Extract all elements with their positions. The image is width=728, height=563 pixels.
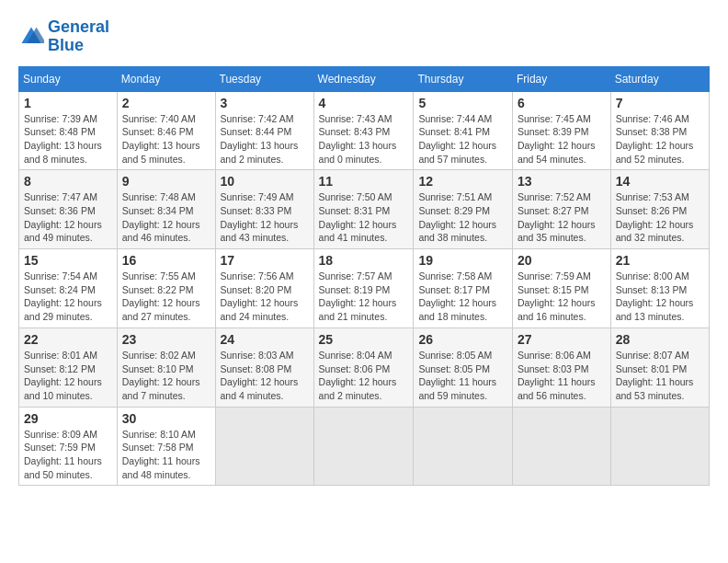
day-number: 4	[319, 96, 409, 110]
calendar-cell	[313, 407, 414, 486]
calendar-cell: 2 Sunrise: 7:40 AM Sunset: 8:46 PM Dayli…	[117, 91, 215, 170]
day-info: Sunrise: 7:40 AM Sunset: 8:46 PM Dayligh…	[122, 112, 210, 167]
day-info: Sunrise: 8:02 AM Sunset: 8:10 PM Dayligh…	[122, 349, 210, 403]
day-number: 6	[518, 96, 606, 110]
calendar-cell: 17 Sunrise: 7:56 AM Sunset: 8:20 PM Dayl…	[215, 249, 313, 328]
day-info: Sunrise: 7:55 AM Sunset: 8:22 PM Dayligh…	[122, 270, 210, 324]
calendar-cell	[414, 407, 513, 486]
calendar-cell: 23 Sunrise: 8:02 AM Sunset: 8:10 PM Dayl…	[117, 327, 215, 407]
day-info: Sunrise: 8:09 AM Sunset: 7:59 PM Dayligh…	[24, 428, 112, 482]
calendar-cell: 4 Sunrise: 7:43 AM Sunset: 8:43 PM Dayli…	[313, 91, 414, 170]
calendar-cell: 24 Sunrise: 8:03 AM Sunset: 8:08 PM Dayl…	[215, 327, 313, 407]
day-number: 24	[221, 332, 309, 347]
day-number: 16	[122, 253, 210, 268]
weekday-header-saturday: Saturday	[610, 66, 709, 91]
day-info: Sunrise: 8:00 AM Sunset: 8:13 PM Dayligh…	[616, 270, 704, 324]
day-number: 5	[418, 96, 507, 110]
calendar-cell: 3 Sunrise: 7:42 AM Sunset: 8:44 PM Dayli…	[215, 91, 313, 170]
day-number: 3	[221, 96, 309, 110]
calendar-week-4: 22 Sunrise: 8:01 AM Sunset: 8:12 PM Dayl…	[19, 327, 710, 407]
day-info: Sunrise: 7:43 AM Sunset: 8:43 PM Dayligh…	[319, 112, 409, 167]
day-info: Sunrise: 7:51 AM Sunset: 8:29 PM Dayligh…	[418, 190, 507, 245]
day-number: 1	[24, 96, 112, 110]
day-number: 17	[221, 253, 309, 268]
day-info: Sunrise: 7:58 AM Sunset: 8:17 PM Dayligh…	[418, 270, 507, 324]
weekday-header-thursday: Thursday	[414, 66, 513, 91]
day-info: Sunrise: 8:01 AM Sunset: 8:12 PM Dayligh…	[24, 349, 112, 403]
logo-text: General Blue	[48, 18, 109, 55]
day-info: Sunrise: 7:42 AM Sunset: 8:44 PM Dayligh…	[221, 112, 309, 167]
calendar-week-1: 1 Sunrise: 7:39 AM Sunset: 8:48 PM Dayli…	[19, 91, 710, 170]
day-info: Sunrise: 7:52 AM Sunset: 8:27 PM Dayligh…	[518, 190, 606, 245]
calendar-week-2: 8 Sunrise: 7:47 AM Sunset: 8:36 PM Dayli…	[19, 170, 710, 249]
weekday-header-sunday: Sunday	[19, 66, 118, 91]
calendar-week-3: 15 Sunrise: 7:54 AM Sunset: 8:24 PM Dayl…	[19, 249, 710, 328]
day-info: Sunrise: 7:49 AM Sunset: 8:33 PM Dayligh…	[221, 190, 309, 245]
logo-icon	[18, 24, 44, 50]
day-number: 13	[518, 174, 606, 189]
calendar-cell	[512, 407, 610, 486]
calendar-cell: 13 Sunrise: 7:52 AM Sunset: 8:27 PM Dayl…	[512, 170, 610, 249]
day-number: 2	[122, 96, 210, 110]
day-info: Sunrise: 7:45 AM Sunset: 8:39 PM Dayligh…	[518, 112, 606, 167]
weekday-header-tuesday: Tuesday	[215, 66, 313, 91]
weekday-header-friday: Friday	[512, 66, 610, 91]
calendar-cell: 20 Sunrise: 7:59 AM Sunset: 8:15 PM Dayl…	[512, 249, 610, 328]
calendar-cell: 25 Sunrise: 8:04 AM Sunset: 8:06 PM Dayl…	[313, 327, 414, 407]
calendar-cell: 21 Sunrise: 8:00 AM Sunset: 8:13 PM Dayl…	[610, 249, 709, 328]
calendar-cell: 22 Sunrise: 8:01 AM Sunset: 8:12 PM Dayl…	[19, 327, 118, 407]
calendar-cell: 5 Sunrise: 7:44 AM Sunset: 8:41 PM Dayli…	[414, 91, 513, 170]
calendar-cell: 27 Sunrise: 8:06 AM Sunset: 8:03 PM Dayl…	[512, 327, 610, 407]
day-number: 20	[518, 253, 606, 268]
day-info: Sunrise: 8:05 AM Sunset: 8:05 PM Dayligh…	[418, 349, 507, 403]
day-info: Sunrise: 7:59 AM Sunset: 8:15 PM Dayligh…	[518, 270, 606, 324]
weekday-header-monday: Monday	[117, 66, 215, 91]
day-number: 28	[616, 332, 704, 347]
calendar-cell: 12 Sunrise: 7:51 AM Sunset: 8:29 PM Dayl…	[414, 170, 513, 249]
calendar-cell: 6 Sunrise: 7:45 AM Sunset: 8:39 PM Dayli…	[512, 91, 610, 170]
calendar-cell: 1 Sunrise: 7:39 AM Sunset: 8:48 PM Dayli…	[19, 91, 118, 170]
day-number: 8	[24, 174, 112, 189]
calendar-cell: 11 Sunrise: 7:50 AM Sunset: 8:31 PM Dayl…	[313, 170, 414, 249]
day-number: 14	[616, 174, 704, 189]
day-info: Sunrise: 8:04 AM Sunset: 8:06 PM Dayligh…	[319, 349, 409, 403]
calendar-cell: 26 Sunrise: 8:05 AM Sunset: 8:05 PM Dayl…	[414, 327, 513, 407]
day-number: 22	[24, 332, 112, 347]
day-number: 29	[24, 411, 112, 426]
calendar-table: SundayMondayTuesdayWednesdayThursdayFrid…	[18, 66, 710, 487]
weekday-header-wednesday: Wednesday	[313, 66, 414, 91]
day-number: 18	[319, 253, 409, 268]
calendar-cell: 19 Sunrise: 7:58 AM Sunset: 8:17 PM Dayl…	[414, 249, 513, 328]
day-number: 30	[122, 411, 210, 426]
day-info: Sunrise: 7:54 AM Sunset: 8:24 PM Dayligh…	[24, 270, 112, 324]
calendar-cell: 9 Sunrise: 7:48 AM Sunset: 8:34 PM Dayli…	[117, 170, 215, 249]
day-info: Sunrise: 7:47 AM Sunset: 8:36 PM Dayligh…	[24, 190, 112, 245]
day-info: Sunrise: 8:10 AM Sunset: 7:58 PM Dayligh…	[122, 428, 210, 482]
day-number: 23	[122, 332, 210, 347]
calendar-cell: 30 Sunrise: 8:10 AM Sunset: 7:58 PM Dayl…	[117, 407, 215, 486]
calendar-cell	[610, 407, 709, 486]
day-number: 21	[616, 253, 704, 268]
day-number: 10	[221, 174, 309, 189]
calendar-cell: 16 Sunrise: 7:55 AM Sunset: 8:22 PM Dayl…	[117, 249, 215, 328]
day-info: Sunrise: 7:39 AM Sunset: 8:48 PM Dayligh…	[24, 112, 112, 167]
day-number: 11	[319, 174, 409, 189]
day-info: Sunrise: 8:07 AM Sunset: 8:01 PM Dayligh…	[616, 349, 704, 403]
day-info: Sunrise: 7:56 AM Sunset: 8:20 PM Dayligh…	[221, 270, 309, 324]
calendar-cell: 15 Sunrise: 7:54 AM Sunset: 8:24 PM Dayl…	[19, 249, 118, 328]
calendar-cell: 7 Sunrise: 7:46 AM Sunset: 8:38 PM Dayli…	[610, 91, 709, 170]
day-info: Sunrise: 7:46 AM Sunset: 8:38 PM Dayligh…	[616, 112, 704, 167]
day-number: 19	[418, 253, 507, 268]
calendar-cell: 28 Sunrise: 8:07 AM Sunset: 8:01 PM Dayl…	[610, 327, 709, 407]
calendar-cell: 10 Sunrise: 7:49 AM Sunset: 8:33 PM Dayl…	[215, 170, 313, 249]
calendar-cell: 29 Sunrise: 8:09 AM Sunset: 7:59 PM Dayl…	[19, 407, 118, 486]
day-info: Sunrise: 7:50 AM Sunset: 8:31 PM Dayligh…	[319, 190, 409, 245]
calendar-cell: 18 Sunrise: 7:57 AM Sunset: 8:19 PM Dayl…	[313, 249, 414, 328]
day-info: Sunrise: 7:57 AM Sunset: 8:19 PM Dayligh…	[319, 270, 409, 324]
day-info: Sunrise: 8:06 AM Sunset: 8:03 PM Dayligh…	[518, 349, 606, 403]
day-number: 12	[418, 174, 507, 189]
day-number: 15	[24, 253, 112, 268]
calendar-cell: 14 Sunrise: 7:53 AM Sunset: 8:26 PM Dayl…	[610, 170, 709, 249]
day-info: Sunrise: 7:44 AM Sunset: 8:41 PM Dayligh…	[418, 112, 507, 167]
logo: General Blue	[18, 18, 109, 55]
